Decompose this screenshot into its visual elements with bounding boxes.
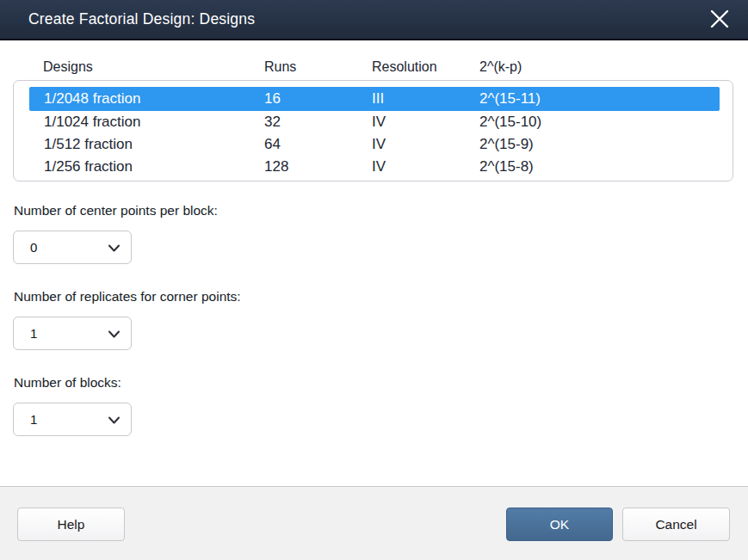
center-points-dropdown[interactable]: 0	[13, 231, 132, 264]
dialog-footer: Help OK Cancel	[0, 486, 748, 560]
header-runs: Runs	[264, 59, 372, 75]
cell-resolution: IV	[372, 114, 479, 131]
cell-resolution: III	[372, 90, 479, 108]
cell-design: 1/1024 fraction	[44, 114, 264, 131]
help-button[interactable]: Help	[17, 508, 125, 541]
header-designs: Designs	[43, 59, 264, 75]
design-row-1-256[interactable]: 1/256 fraction 128 IV 2^(15-8)	[29, 156, 720, 178]
chevron-down-icon	[108, 328, 121, 344]
blocks-value: 1	[14, 412, 37, 427]
cell-notation: 2^(15-11)	[479, 90, 720, 108]
cell-resolution: IV	[372, 136, 479, 153]
dialog-title: Create Factorial Design: Designs	[0, 10, 255, 28]
design-row-1-512[interactable]: 1/512 fraction 64 IV 2^(15-9)	[29, 133, 720, 156]
header-notation: 2^(k-p)	[479, 59, 732, 75]
center-points-label: Number of center points per block:	[14, 203, 218, 218]
cell-runs: 16	[264, 90, 372, 108]
cell-runs: 64	[264, 136, 372, 153]
cell-design: 1/2048 fraction	[44, 90, 264, 108]
replicates-dropdown[interactable]: 1	[13, 317, 132, 350]
create-factorial-design-dialog: Create Factorial Design: Designs Designs…	[0, 0, 748, 560]
ok-button[interactable]: OK	[506, 508, 613, 541]
cell-design: 1/256 fraction	[44, 158, 264, 175]
chevron-down-icon	[108, 242, 121, 258]
close-button[interactable]	[705, 7, 734, 34]
design-listbox: 1/2048 fraction 16 III 2^(15-11) 1/1024 …	[13, 80, 733, 182]
cell-notation: 2^(15-10)	[479, 114, 720, 131]
center-points-value: 0	[14, 240, 37, 255]
dialog-titlebar: Create Factorial Design: Designs	[0, 0, 748, 40]
cell-notation: 2^(15-8)	[479, 158, 720, 175]
header-resolution: Resolution	[372, 59, 479, 75]
close-icon	[708, 8, 731, 34]
cell-runs: 128	[264, 158, 372, 175]
design-row-1-1024[interactable]: 1/1024 fraction 32 IV 2^(15-10)	[29, 111, 720, 133]
cell-runs: 32	[264, 114, 372, 131]
replicates-label: Number of replicates for corner points:	[14, 289, 241, 305]
design-table-header: Designs Runs Resolution 2^(k-p)	[43, 56, 732, 78]
replicates-value: 1	[14, 326, 37, 341]
chevron-down-icon	[108, 414, 121, 430]
cancel-button[interactable]: Cancel	[622, 508, 730, 541]
cell-design: 1/512 fraction	[44, 136, 264, 153]
cell-notation: 2^(15-9)	[479, 136, 720, 153]
blocks-label: Number of blocks:	[14, 375, 121, 391]
blocks-dropdown[interactable]: 1	[13, 403, 132, 436]
design-row-1-2048[interactable]: 1/2048 fraction 16 III 2^(15-11)	[29, 87, 720, 111]
cell-resolution: IV	[372, 158, 479, 175]
